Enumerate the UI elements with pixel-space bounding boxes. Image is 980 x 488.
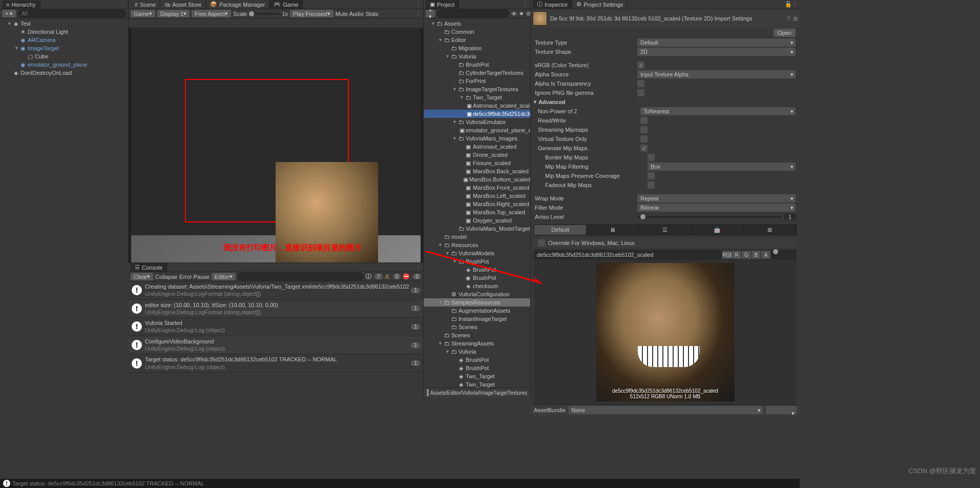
error-icon[interactable]: ⛔	[403, 273, 410, 280]
hierarchy-item[interactable]: ▢Cube	[0, 52, 128, 60]
collapse-toggle[interactable]: Collapse	[155, 274, 177, 280]
texture-shape-dropdown[interactable]: 2D	[637, 48, 796, 56]
project-item[interactable]: ▼🗀Resources	[424, 241, 530, 249]
project-item[interactable]: ▣MarsBox.Left_scaled	[424, 192, 530, 200]
gizmos-menu-icon[interactable]: ⋮	[415, 10, 421, 17]
project-settings-tab[interactable]: ⚙ Project Settings	[572, 0, 628, 9]
border-checkbox[interactable]	[648, 154, 655, 161]
console-entry[interactable]: !Vuforia StartedUnityEngine.Debug:Log (o…	[129, 318, 423, 336]
warn-icon[interactable]: ⚠	[385, 273, 390, 280]
project-item[interactable]: 🗀VuforiaMars_ModelTarget	[424, 225, 530, 233]
panel-menu-icon[interactable]: ⋮	[792, 1, 798, 8]
project-item[interactable]: 🗀Common	[424, 28, 530, 36]
console-entry[interactable]: !ConfigureVideoBackgroundUnityEngine.Deb…	[129, 336, 423, 355]
error-pause-toggle[interactable]: Error Pause	[179, 274, 210, 280]
hierarchy-item[interactable]: ◉emulator_ground_plane	[0, 60, 128, 69]
tab-scene[interactable]: # Scene	[131, 1, 160, 9]
aniso-slider[interactable]	[637, 216, 782, 218]
favorite-icon[interactable]: ★	[519, 10, 524, 17]
console-entry[interactable]: !Target status: de5cc9f9dc35d251dc3d8613…	[129, 354, 423, 373]
genmip-checkbox[interactable]	[640, 145, 648, 152]
advanced-section-header[interactable]: Advanced	[531, 97, 800, 107]
streaming-checkbox[interactable]	[640, 126, 648, 133]
project-item[interactable]: ◈BrushPot	[424, 356, 530, 364]
project-item[interactable]: ▣MarsBox.Bottom_scaled	[424, 175, 530, 184]
project-item[interactable]: ▣MarsBox.Top_scaled	[424, 208, 530, 216]
create-dropdown[interactable]: + ▾	[2, 10, 16, 17]
project-item[interactable]: ▼🗀Vuforia	[424, 52, 530, 60]
project-item[interactable]: ▣emulator_ground_plane_scal	[424, 126, 530, 134]
hierarchy-tab[interactable]: ≡ Hierarchy	[2, 1, 40, 9]
assetbundle-variant-dropdown[interactable]	[766, 406, 797, 414]
console-entry[interactable]: !editor size: (10.00, 10.10), itSize: (1…	[129, 300, 423, 318]
override-checkbox[interactable]	[538, 239, 545, 247]
project-item[interactable]: 🗀CylinderTargetTextures	[424, 69, 530, 77]
lock-icon[interactable]: 🔓	[785, 1, 792, 8]
project-item[interactable]: ▣Astronaut_scaled	[424, 143, 530, 151]
project-item[interactable]: ◉BrushPot	[424, 274, 530, 282]
aspect-dropdown[interactable]: Free Aspect ▾	[192, 10, 231, 17]
mip-slider[interactable]	[773, 251, 794, 253]
preset-icon[interactable]: ⊞	[793, 15, 798, 22]
inspector-tab[interactable]: ⓘ Inspector	[533, 0, 572, 9]
create-dropdown[interactable]: + ▾	[426, 10, 435, 17]
project-item[interactable]: ⚙VuforiaConfiguration	[424, 290, 530, 298]
panel-menu-icon[interactable]: ⋮	[415, 1, 421, 8]
platform-tab-server[interactable]: ☰	[639, 225, 691, 235]
project-item[interactable]: ▣MarsBox.Right_scaled	[424, 200, 530, 208]
hierarchy-item[interactable]: ☀Directional Light	[0, 28, 128, 36]
game-mode-dropdown[interactable]: Game ▾	[131, 10, 155, 17]
project-item[interactable]: 🗀Scenes	[424, 323, 530, 331]
fadeout-checkbox[interactable]	[648, 181, 655, 189]
channel-r-button[interactable]: R	[732, 251, 741, 259]
platform-tab-default[interactable]: Default	[534, 225, 587, 235]
project-item[interactable]: ▼🗀Vuforia	[424, 348, 530, 356]
project-item[interactable]: 🗀Migration	[424, 44, 530, 52]
project-item[interactable]: ▼🗀VuforiaModels	[424, 249, 530, 257]
platform-tab-windows[interactable]: ⊞	[744, 225, 796, 235]
project-item[interactable]: ◈checksum	[424, 282, 530, 290]
project-item[interactable]: ▼🗀VuforiaEmulator	[424, 118, 530, 126]
tab-package-manager[interactable]: 📦 Package Manager	[206, 0, 269, 9]
display-dropdown[interactable]: Display 1 ▾	[157, 10, 190, 17]
hierarchy-item[interactable]: ◈DontDestroyOnLoad	[0, 69, 128, 77]
platform-tab-standalone[interactable]: 🖥	[587, 225, 639, 235]
scale-slider[interactable]	[249, 13, 280, 15]
hierarchy-item[interactable]: ◉ARCamera	[0, 36, 128, 44]
stats-toggle[interactable]: Stats	[366, 11, 379, 17]
info-icon[interactable]: ⓘ	[366, 273, 371, 280]
panel-menu-icon[interactable]: ⋮	[120, 1, 126, 8]
project-item[interactable]: ▼🗀BrushPot	[424, 257, 530, 266]
console-entry[interactable]: !Creating dataset: Assets\StreamingAsset…	[129, 281, 423, 300]
project-item[interactable]: ▣MarsBox.Back_scaled	[424, 167, 530, 175]
project-item[interactable]: ▼🗀VuforiaMars_Images	[424, 134, 530, 143]
platform-tab-android[interactable]: 🤖	[692, 225, 744, 235]
project-breadcrumb[interactable]: Assets/Editor/Vuforia/ImageTargetTexture…	[424, 388, 530, 397]
mipfilter-dropdown[interactable]: Box	[648, 162, 796, 171]
hierarchy-item[interactable]: ▼◈Test	[0, 19, 128, 28]
project-item[interactable]: ▣Astronaut_scaled_scaled	[424, 101, 530, 110]
wrap-dropdown[interactable]: Repeat	[637, 194, 796, 202]
npot-dropdown[interactable]: ToNearest	[640, 107, 796, 115]
project-search-input[interactable]	[437, 10, 509, 17]
project-item[interactable]: ▼🗀StreamingAssets	[424, 339, 530, 348]
project-item[interactable]: 🗀ForPrint	[424, 77, 530, 85]
panel-menu-icon[interactable]: ⋮	[415, 264, 421, 271]
editor-dropdown[interactable]: Editor ▾	[212, 273, 236, 280]
project-item[interactable]: ◈Two_Target	[424, 372, 530, 380]
channel-rgb-button[interactable]: RGB	[722, 251, 732, 259]
help-icon[interactable]: ?	[787, 15, 790, 22]
project-item[interactable]: ◈BrushPot	[424, 364, 530, 372]
ignore-png-checkbox[interactable]	[637, 89, 644, 96]
play-focused-dropdown[interactable]: Play Focused ▾	[290, 10, 333, 17]
project-item[interactable]: 🗀model	[424, 233, 530, 241]
project-item[interactable]: ▣Drone_scaled	[424, 151, 530, 159]
hierarchy-search-input[interactable]	[18, 10, 126, 17]
console-search-input[interactable]	[238, 273, 364, 280]
project-item[interactable]: ▣Fissure_scaled	[424, 159, 530, 167]
project-item[interactable]: 🗀AugmentationAssets	[424, 307, 530, 315]
alpha-trans-checkbox[interactable]	[637, 80, 644, 87]
project-item[interactable]: ▼🗀Editor	[424, 36, 530, 44]
project-item[interactable]: 🗀InstantImageTarget	[424, 315, 530, 323]
project-item[interactable]: ▣de5cc9f9dc35d251dc3d861	[424, 110, 530, 118]
